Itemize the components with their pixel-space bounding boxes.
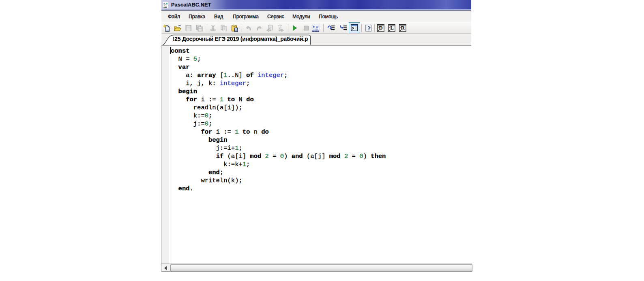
svg-text:.net: .net — [163, 6, 167, 9]
